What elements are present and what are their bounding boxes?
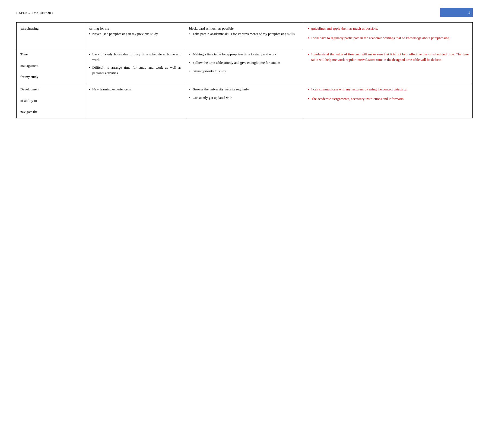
bullet-list-red: guidelines and apply them as much as pos… — [308, 26, 469, 41]
list-item: Take part in academic skills for improve… — [189, 31, 300, 37]
col4-development: I can communicate with my lecturers by u… — [304, 83, 473, 118]
bullet-list: New learning experience in — [89, 87, 181, 92]
row-label-development: Developmentof ability tonavigate the — [17, 83, 85, 118]
bullet-list: Lack of study hours due to busy time sch… — [89, 52, 181, 75]
list-item: Constantly get updated with — [189, 95, 300, 101]
bullet-list: Take part in academic skills for improve… — [189, 31, 300, 37]
list-item-red: guidelines and apply them as much as pos… — [308, 26, 469, 31]
list-item: Making a time table for appropriate time… — [189, 52, 300, 57]
list-item-red: I understand the value of time and will … — [308, 52, 469, 62]
list-item: New learning experience in — [89, 87, 181, 92]
list-item: Follow the time table strictly and give … — [189, 60, 300, 66]
list-item-red: I will have to regularly participate in … — [308, 35, 469, 41]
page-number-box: 1 — [440, 8, 473, 17]
list-item: Browse the university website regularly — [189, 87, 300, 92]
report-title: REFLECTIVE REPORT — [16, 11, 53, 15]
col3-paraphrasing: blackboard as much as possible Take part… — [185, 23, 304, 48]
bullet-list-red: I understand the value of time and will … — [308, 52, 469, 62]
col2-development: New learning experience in — [85, 83, 185, 118]
page-number: 1 — [468, 10, 470, 15]
bullet-list: Making a time table for appropriate time… — [189, 52, 300, 74]
table-row: paraphrasing writing for me Never used p… — [17, 23, 473, 48]
bullet-list: Never used paraphrasing in my previous s… — [89, 31, 181, 37]
list-item: Lack of study hours due to busy time sch… — [89, 52, 181, 62]
col3-time: Making a time table for appropriate time… — [185, 48, 304, 83]
col4-paraphrasing: guidelines and apply them as much as pos… — [304, 23, 473, 48]
list-item: Never used paraphrasing in my previous s… — [89, 31, 181, 37]
page-header: REFLECTIVE REPORT 1 — [16, 8, 473, 17]
list-item: Giving priority to study — [189, 68, 300, 74]
col4-time: I understand the value of time and will … — [304, 48, 473, 83]
bullet-list: Browse the university website regularly … — [189, 87, 300, 101]
page-container: REFLECTIVE REPORT 1 paraphrasing writing… — [0, 0, 489, 448]
table-row: Timemanagementfor my study Lack of study… — [17, 48, 473, 83]
bullet-list-red: I can communicate with my lecturers by u… — [308, 87, 469, 102]
col3-development: Browse the university website regularly … — [185, 83, 304, 118]
col2-paraphrasing: writing for me Never used paraphrasing i… — [85, 23, 185, 48]
col2-time: Lack of study hours due to busy time sch… — [85, 48, 185, 83]
row-label-paraphrasing: paraphrasing — [17, 23, 85, 48]
list-item-red: I can communicate with my lecturers by u… — [308, 87, 469, 92]
table-row: Developmentof ability tonavigate the New… — [17, 83, 473, 118]
list-item-red: The academic assignments, necessary inst… — [308, 96, 469, 102]
row-label-time: Timemanagementfor my study — [17, 48, 85, 83]
list-item: Difficult to arrange time for study and … — [89, 65, 181, 75]
main-table: paraphrasing writing for me Never used p… — [16, 22, 473, 118]
